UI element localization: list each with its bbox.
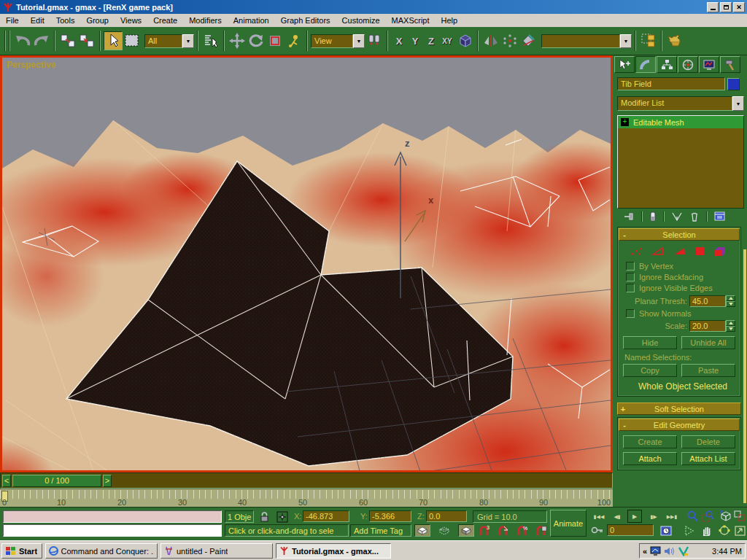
axis-x-button[interactable]: X bbox=[391, 32, 407, 50]
menu-modifiers[interactable]: Modifiers bbox=[183, 15, 228, 26]
chevron-down-icon[interactable]: ▼ bbox=[353, 34, 365, 48]
show-normals-checkbox[interactable] bbox=[626, 309, 635, 318]
panel-scrollbar[interactable] bbox=[743, 249, 746, 503]
next-frame-icon[interactable]: ▮▶ bbox=[646, 510, 661, 523]
delete-button[interactable]: Delete bbox=[681, 435, 735, 448]
min-max-toggle-icon[interactable] bbox=[733, 524, 746, 537]
shaded-view-icon[interactable] bbox=[414, 524, 430, 537]
selection-lock-icon[interactable] bbox=[257, 510, 271, 523]
set-key-icon[interactable] bbox=[589, 524, 604, 537]
menu-customize[interactable]: Customize bbox=[336, 15, 386, 26]
pin-stack-icon[interactable] bbox=[623, 211, 635, 222]
menu-group[interactable]: Group bbox=[80, 15, 115, 26]
attach-button[interactable]: Attach bbox=[623, 452, 677, 465]
arc-rotate-icon[interactable] bbox=[716, 524, 732, 537]
dotted-degradation-icon[interactable] bbox=[436, 524, 452, 537]
percent-snap-magnet-icon[interactable]: % bbox=[514, 524, 530, 537]
angle-snap-magnet-icon[interactable] bbox=[495, 524, 511, 537]
perspective-viewport[interactable]: z x z y x Perspective bbox=[0, 55, 613, 472]
use-pivot-center-icon[interactable] bbox=[365, 31, 384, 50]
add-time-tag[interactable]: Add Time Tag bbox=[350, 524, 411, 537]
redo-icon[interactable] bbox=[32, 31, 51, 50]
unhide-all-button[interactable]: Unhide All bbox=[681, 336, 735, 349]
select-and-move-icon[interactable] bbox=[228, 31, 247, 50]
modifier-on-icon[interactable]: + bbox=[621, 118, 629, 126]
z-coord-field[interactable]: 0.0 bbox=[426, 510, 467, 522]
zoom-region-icon[interactable] bbox=[700, 510, 716, 523]
menu-views[interactable]: Views bbox=[115, 15, 147, 26]
ignore-backfacing-checkbox[interactable] bbox=[626, 273, 635, 281]
go-to-start-icon[interactable]: ▮◀◀ bbox=[591, 510, 607, 523]
snap-3d-magnet-icon[interactable]: 3 bbox=[476, 524, 492, 537]
select-and-rotate-icon[interactable] bbox=[247, 31, 266, 50]
vertex-subobject-icon[interactable] bbox=[631, 246, 643, 256]
attach-list-button[interactable]: Attach List bbox=[681, 452, 735, 465]
tab-display[interactable] bbox=[699, 56, 719, 73]
planar-thresh-spinner[interactable] bbox=[726, 295, 735, 307]
time-slider-track[interactable]: < 0 / 100 > bbox=[0, 472, 613, 489]
modifier-list-dropdown[interactable]: Modifier List ▼ bbox=[617, 96, 744, 111]
normals-scale-field[interactable]: 20.0 bbox=[689, 320, 726, 332]
zoom-icon[interactable] bbox=[684, 510, 700, 523]
edge-subobject-icon[interactable] bbox=[651, 246, 665, 256]
mirror-icon[interactable] bbox=[481, 31, 500, 50]
tray-clock[interactable]: 3:44 PM bbox=[712, 547, 742, 556]
select-and-scale-icon[interactable] bbox=[266, 31, 285, 50]
minimize-icon[interactable] bbox=[707, 2, 719, 12]
tab-motion[interactable] bbox=[678, 56, 698, 73]
material-editor-icon[interactable] bbox=[519, 31, 538, 50]
snap-toggle-3d-icon[interactable] bbox=[455, 31, 474, 50]
object-color-swatch[interactable] bbox=[727, 78, 740, 90]
start-button[interactable]: Start bbox=[1, 543, 42, 559]
animate-button[interactable]: Animate bbox=[550, 510, 587, 537]
previous-frame-icon[interactable]: ◀▮ bbox=[610, 510, 624, 523]
chevron-down-icon[interactable]: ▼ bbox=[182, 34, 194, 48]
soft-selection-rollout-header[interactable]: + Soft Selection bbox=[617, 402, 741, 415]
menu-create[interactable]: Create bbox=[147, 15, 183, 26]
taskbar-item-command-and-conquer[interactable]: Command and Conquer: ... bbox=[45, 543, 158, 559]
normals-scale-spinner[interactable] bbox=[726, 320, 735, 332]
make-unique-icon[interactable] bbox=[671, 211, 683, 222]
region-select-icon[interactable] bbox=[123, 31, 142, 50]
frame-prev-arrow[interactable]: < bbox=[2, 475, 11, 487]
select-and-link-icon[interactable] bbox=[58, 31, 77, 50]
restore-icon[interactable] bbox=[720, 2, 732, 12]
hide-button[interactable]: Hide bbox=[623, 336, 677, 349]
walkthrough-icon[interactable] bbox=[681, 524, 697, 537]
tray-volume-icon[interactable] bbox=[664, 546, 675, 556]
unlink-selection-icon[interactable] bbox=[77, 31, 96, 50]
planar-thresh-field[interactable]: 45.0 bbox=[689, 295, 726, 307]
chevron-down-icon[interactable]: ▼ bbox=[732, 96, 744, 111]
tab-modify[interactable] bbox=[635, 56, 656, 73]
play-animation-icon[interactable]: ▶ bbox=[627, 510, 642, 523]
axis-z-button[interactable]: Z bbox=[423, 32, 439, 50]
absolute-offset-toggle-icon[interactable] bbox=[275, 510, 290, 523]
menu-tools[interactable]: Tools bbox=[50, 15, 81, 26]
taskbar-item-gmax-active[interactable]: Tutorial.gmax - gmax... bbox=[276, 543, 391, 559]
configure-modifier-sets-icon[interactable] bbox=[714, 211, 726, 222]
undo-icon[interactable] bbox=[13, 31, 32, 50]
by-vertex-checkbox[interactable] bbox=[626, 262, 635, 271]
edit-geometry-rollout-header[interactable]: - Edit Geometry bbox=[619, 419, 740, 431]
wireframe-view-icon[interactable] bbox=[458, 524, 474, 537]
select-and-manipulate-icon[interactable] bbox=[285, 31, 303, 50]
chevron-down-icon[interactable]: ▼ bbox=[620, 34, 632, 48]
time-configuration-icon[interactable] bbox=[658, 524, 674, 537]
face-subobject-icon[interactable] bbox=[673, 246, 686, 256]
frame-next-arrow[interactable]: > bbox=[103, 475, 112, 487]
pan-hand-icon[interactable] bbox=[699, 524, 714, 537]
create-button[interactable]: Create bbox=[623, 435, 677, 448]
zoom-extents-icon[interactable] bbox=[718, 510, 733, 523]
x-coord-field[interactable]: -46.873 bbox=[303, 510, 349, 522]
select-object-icon[interactable] bbox=[104, 31, 123, 50]
menu-animation[interactable]: Animation bbox=[228, 15, 275, 26]
menu-edit[interactable]: Edit bbox=[25, 15, 50, 26]
selection-rollout-header[interactable]: - Selection bbox=[619, 228, 740, 241]
render-teapot-icon[interactable] bbox=[665, 31, 684, 50]
align-icon[interactable] bbox=[500, 31, 519, 50]
close-icon[interactable]: ✕ bbox=[733, 2, 745, 12]
tab-utilities[interactable] bbox=[720, 56, 740, 73]
current-frame-field[interactable]: 0 bbox=[607, 524, 654, 536]
axis-xy-button[interactable]: XY bbox=[439, 32, 455, 50]
named-selection-sets-dropdown[interactable]: ▼ bbox=[541, 34, 632, 48]
